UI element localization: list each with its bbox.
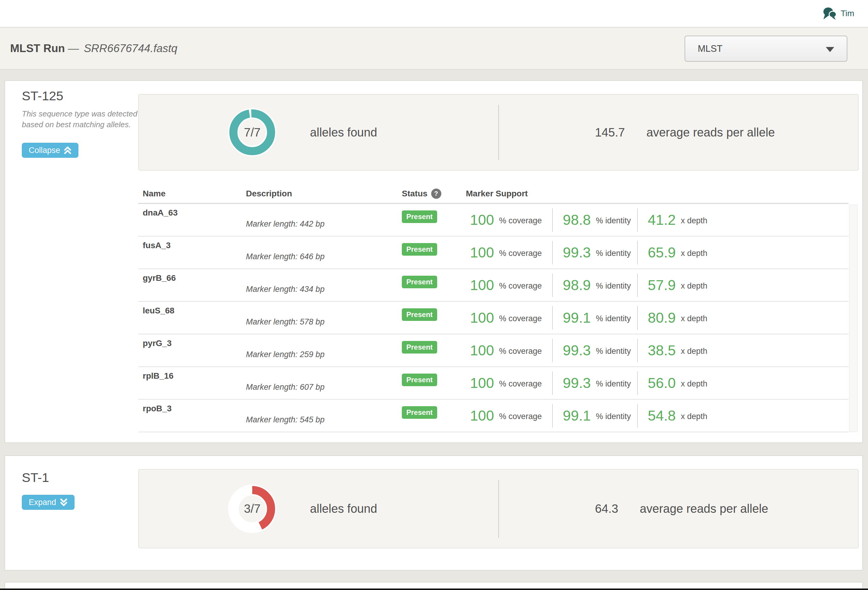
coverage-value: 100 [470,342,494,359]
status-badge: Present [402,243,437,256]
status-badge: Present [402,374,437,386]
alleles-found-label: alleles found [310,126,377,139]
identity-value: 99.3 [563,375,590,391]
chevron-down-icon [826,47,834,52]
depth-value: 54.8 [648,407,676,424]
user-name[interactable]: Tim [840,9,854,18]
status-badge: Present [402,406,437,419]
table-row: rpoB_3 Marker length: 545 bp Present 100… [138,399,849,432]
depth-unit: x depth [681,410,707,421]
depth-value: 57.9 [648,277,676,293]
marker-name: dnaA_63 [138,204,246,236]
depth-unit: x depth [681,279,707,291]
coverage-unit: % coverage [499,345,542,356]
depth-unit: x depth [681,345,707,356]
coverage-unit: % coverage [499,410,542,421]
table-row: pyrG_3 Marker length: 259 bp Present 100… [138,334,849,367]
marker-name: pyrG_3 [138,334,246,367]
marker-name: fusA_3 [138,237,246,269]
status-badge: Present [402,210,437,223]
table-row: leuS_68 Marker length: 578 bp Present 10… [138,302,849,334]
page-title: MLST Run— SRR6676744.fastq [10,42,177,55]
marker-name: rpoB_3 [138,399,246,432]
marker-name: gyrB_66 [138,269,246,301]
depth-unit: x depth [681,377,707,389]
header-marker-support: Marker Support [466,189,849,198]
coverage-unit: % coverage [499,247,542,258]
st1-panel: ST-1 Expand 3/7 alleles found 64.3 avera… [4,455,863,571]
avg-reads-value: 64.3 [595,502,619,516]
identity-unit: % identity [596,279,631,291]
collapse-label: Collapse [29,146,60,155]
table-scrollbar[interactable] [849,205,858,432]
collapse-button[interactable]: Collapse [22,143,78,158]
run-filename: SRR6676744.fastq [84,42,177,55]
marker-name: leuS_68 [138,302,246,334]
coverage-value: 100 [470,244,494,261]
table-row: rplB_16 Marker length: 607 bp Present 10… [138,367,849,399]
marker-table-body: dnaA_63 Marker length: 442 bp Present 10… [138,204,849,432]
chevron-double-down-icon [60,498,68,506]
st125-panel: ST-125 This sequence type was detected b… [4,80,863,443]
identity-unit: % identity [596,312,631,323]
alleles-donut-chart: 3/7 [228,485,276,533]
sequence-type-title: ST-125 [22,89,63,103]
coverage-unit: % coverage [499,312,542,323]
expand-button[interactable]: Expand [22,495,74,510]
user-menu[interactable]: Tim [822,6,854,21]
avg-reads-value: 145.7 [595,126,625,139]
identity-unit: % identity [596,377,631,389]
alleles-found-label: alleles found [310,502,377,516]
marker-length: Marker length: 646 bp [246,237,402,269]
marker-length: Marker length: 442 bp [246,204,402,236]
identity-value: 98.8 [563,211,590,228]
coverage-value: 100 [470,407,494,424]
status-help-icon[interactable]: ? [431,189,441,199]
avg-reads-label: average reads per allele [640,502,768,516]
sequence-type-title: ST-1 [22,470,49,485]
depth-unit: x depth [681,312,707,323]
title-dash: — [68,42,79,55]
marker-table-header: Name Description Status ? Marker Support [138,184,849,204]
depth-value: 41.2 [648,211,676,228]
bottom-edge-bar [0,589,868,590]
marker-name: rplB_16 [138,367,246,399]
expand-label: Expand [29,498,56,507]
depth-value: 38.5 [648,342,676,359]
analysis-type-value: MLST [698,43,723,54]
marker-length: Marker length: 434 bp [246,269,402,301]
topbar: Tim [0,0,868,28]
depth-value: 65.9 [648,244,676,261]
alleles-fraction: 7/7 [228,108,276,157]
identity-value: 98.9 [563,277,590,293]
alleles-fraction: 3/7 [228,485,276,533]
coverage-value: 100 [470,277,494,293]
depth-value: 80.9 [648,309,676,326]
table-row: dnaA_63 Marker length: 442 bp Present 10… [138,204,849,237]
table-row: fusA_3 Marker length: 646 bp Present 100… [138,237,849,269]
analysis-type-select[interactable]: MLST [685,35,847,62]
status-badge: Present [402,341,437,353]
marker-length: Marker length: 545 bp [246,399,402,432]
coverage-unit: % coverage [499,377,542,389]
marker-length: Marker length: 259 bp [246,334,402,367]
header-status: Status [402,189,428,198]
marker-length: Marker length: 607 bp [246,367,402,399]
header-name: Name [138,189,246,198]
coverage-unit: % coverage [499,279,542,291]
coverage-unit: % coverage [499,214,542,225]
summary-stats-panel: 7/7 alleles found 145.7 average reads pe… [138,94,859,171]
coverage-value: 100 [470,309,494,326]
depth-value: 56.0 [648,375,676,391]
header-description: Description [246,189,402,198]
coverage-value: 100 [470,375,494,391]
status-badge: Present [402,276,437,288]
identity-unit: % identity [596,214,631,225]
avg-reads-label: average reads per allele [647,126,775,139]
summary-stats-panel: 3/7 alleles found 64.3 average reads per… [138,469,859,549]
identity-unit: % identity [596,345,631,356]
identity-value: 99.1 [563,407,590,424]
identity-unit: % identity [596,410,631,421]
table-row: gyrB_66 Marker length: 434 bp Present 10… [138,269,849,302]
coverage-value: 100 [470,211,494,228]
